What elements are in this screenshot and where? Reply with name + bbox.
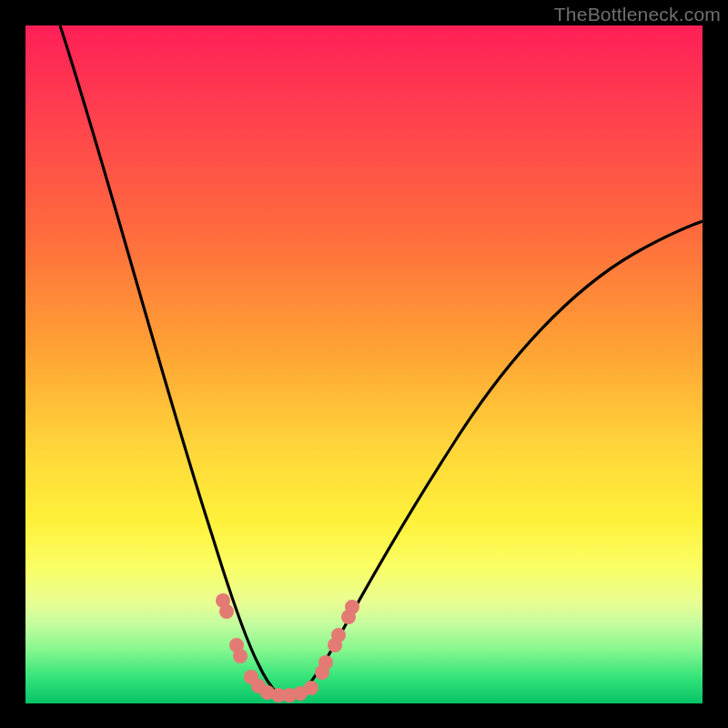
svg-point-14 xyxy=(331,628,346,642)
watermark-text: TheBottleneck.com xyxy=(554,4,721,25)
bottleneck-curve-path xyxy=(60,25,703,698)
svg-point-1 xyxy=(219,604,234,619)
plot-area xyxy=(25,25,703,703)
svg-point-10 xyxy=(304,681,318,695)
curve-svg xyxy=(25,25,703,703)
chart-frame: TheBottleneck.com xyxy=(0,0,728,728)
svg-point-12 xyxy=(318,655,333,670)
svg-point-3 xyxy=(233,649,248,663)
svg-point-16 xyxy=(345,600,359,614)
